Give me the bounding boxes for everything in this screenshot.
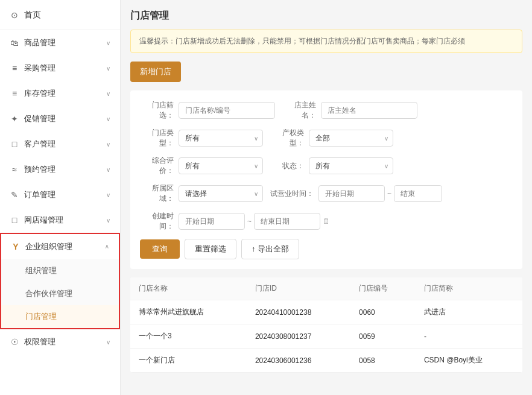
filter-card: 门店筛选： 店主姓名： 门店类型： 所有 产权类型： [130,90,522,269]
sidebar-logo: ⊙ 首页 [0,0,120,30]
sidebar-item-online[interactable]: □ 网店端管理 ∨ [0,207,120,233]
sidebar-item-store-mgmt[interactable]: 门店管理 [1,305,119,328]
cell-store-code: 0060 [350,300,416,324]
sidebar-item-purchase[interactable]: ≡ 采购管理 ∨ [0,55,120,81]
store-filter-label: 门店筛选： [140,100,174,121]
sidebar-item-enterprise[interactable]: Y 企业组织管理 ∨ [1,234,119,259]
trial-date-group: 试营业时间： ~ [270,185,442,202]
store-filter-input[interactable] [179,102,275,119]
property-type-select-wrap: 全部 [309,130,393,147]
cell-store-id: 20240308001237 [247,324,350,349]
online-label: 网店端管理 [24,215,63,226]
customer-chevron: ∨ [106,141,110,148]
logo-label: 首页 [24,10,41,21]
sidebar-item-permission[interactable]: ☉ 权限管理 ∨ [0,329,120,355]
col-store-short: 门店简称 [416,277,522,300]
create-date-group: 创建时间： ~ 🗓 [140,211,330,232]
filter-row-5: 创建时间： ~ 🗓 [140,211,513,232]
customer-icon: □ [10,139,19,149]
booking-icon: ≈ [10,165,19,174]
sidebar-item-promotion[interactable]: ✦ 促销管理 ∨ [0,106,120,131]
enterprise-chevron: ∨ [105,244,109,250]
create-start-input[interactable] [179,213,245,230]
trial-start-input[interactable] [318,185,385,202]
region-group: 所属区域： 请选择 [140,183,263,204]
owner-name-input[interactable] [321,102,417,119]
status-select-wrap: 所有 [309,157,393,174]
status-select[interactable]: 所有 [309,157,393,174]
org-label: 组织管理 [25,266,57,275]
export-button[interactable]: ↑ 导出全部 [241,239,299,259]
enterprise-icon: Y [11,242,21,251]
store-mgmt-label: 门店管理 [25,312,57,321]
promotion-chevron: ∨ [106,116,110,122]
rating-select-wrap: 所有 [179,157,263,174]
permission-label: 权限管理 [24,337,55,347]
cell-store-short: CSDN @Boyi美业 [416,349,522,373]
col-store-id: 门店ID [247,277,350,300]
reset-button[interactable]: 重置筛选 [185,239,236,259]
cell-store-short: 武进店 [416,300,522,324]
add-store-button[interactable]: 新增门店 [130,62,181,82]
order-label: 订单管理 [24,189,55,200]
sidebar-item-booking[interactable]: ≈ 预约管理 ∨ [0,157,120,182]
promotion-label: 促销管理 [24,113,55,124]
property-type-label: 产权类型： [270,128,304,148]
sidebar-item-inventory[interactable]: ≡ 库存管理 ∨ [0,81,120,106]
sidebar-item-org[interactable]: 组织管理 [1,259,119,282]
cell-store-code: 0059 [350,324,416,349]
sidebar-item-order[interactable]: ✎ 订单管理 ∨ [0,182,120,207]
home-icon: ⊙ [10,10,19,20]
order-chevron: ∨ [106,192,110,198]
cell-store-short: - [416,324,522,349]
store-filter-group: 门店筛选： [140,100,275,121]
cell-store-id: 20240410001238 [247,300,350,324]
cell-store-name: 博萃常州武进旗舰店 [130,300,247,324]
sidebar-item-customer[interactable]: □ 客户管理 ∨ [0,131,120,157]
table-row[interactable]: 一个新门店 20240306001236 0058 CSDN @Boyi美业 [130,349,522,373]
region-select-wrap: 请选择 [179,185,263,202]
purchase-chevron: ∨ [106,65,110,72]
region-label: 所属区域： [140,183,174,204]
sidebar-item-goods[interactable]: 🛍 商品管理 ∨ [0,30,120,55]
create-end-input[interactable] [254,213,320,230]
enterprise-submenu: 组织管理 合作伙伴管理 门店管理 [1,259,119,328]
table-row[interactable]: 博萃常州武进旗舰店 20240410001238 0060 武进店 [130,300,522,324]
table-row[interactable]: 一个一个3 20240308001237 0059 - [130,324,522,349]
booking-label: 预约管理 [24,164,55,175]
region-select[interactable]: 请选择 [179,185,263,202]
goods-chevron: ∨ [106,40,110,46]
booking-chevron: ∨ [106,166,110,173]
col-store-code: 门店编号 [350,277,416,300]
rating-select[interactable]: 所有 [179,157,263,174]
inventory-icon: ≡ [10,89,19,98]
inventory-label: 库存管理 [24,88,55,99]
search-button[interactable]: 查询 [140,239,180,259]
page-title: 门店管理 [130,10,522,22]
owner-name-group: 店主姓名： [282,100,417,121]
partner-label: 合作伙伴管理 [25,289,72,298]
property-type-group: 产权类型： 全部 [270,128,393,148]
purchase-label: 采购管理 [24,63,55,74]
permission-icon: ☉ [10,337,19,347]
goods-icon: 🛍 [10,38,19,48]
owner-name-label: 店主姓名： [282,100,316,121]
trial-tilde: ~ [387,189,391,198]
online-chevron: ∨ [106,217,110,224]
sidebar-item-partner[interactable]: 合作伙伴管理 [1,282,119,305]
online-icon: □ [10,215,19,225]
trial-end-input[interactable] [394,185,442,202]
notice-bar: 温馨提示：门店新增成功后无法删除，只能禁用；可根据门店情况分配门店可售卖商品；每… [130,30,522,53]
filter-row-2: 门店类型： 所有 产权类型： 全部 [140,128,513,148]
order-icon: ✎ [10,190,19,200]
cell-store-name: 一个新门店 [130,349,247,373]
main-content: 门店管理 温馨提示：门店新增成功后无法删除，只能禁用；可根据门店情况分配门店可售… [121,0,532,395]
store-type-select[interactable]: 所有 [179,130,263,147]
create-tilde: ~ [247,217,252,226]
enterprise-label: 企业组织管理 [25,241,72,252]
calendar-icon[interactable]: 🗓 [323,217,330,226]
property-type-select[interactable]: 全部 [309,130,393,147]
trial-label: 试营业时间： [270,189,314,199]
customer-label: 客户管理 [24,139,55,150]
inventory-chevron: ∨ [106,90,110,97]
